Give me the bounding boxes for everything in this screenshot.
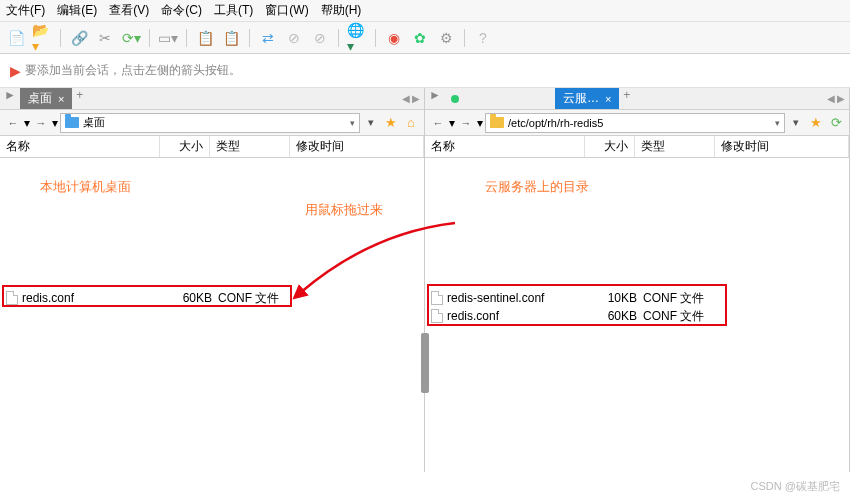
separator — [375, 29, 376, 47]
left-pane: ► 桌面 × + ◀ ▶ ←▾ →▾ 桌面 ▾ ▾ ★ ⌂ 名称 — [0, 88, 425, 472]
right-tab-server[interactable]: 云服… × — [555, 88, 619, 109]
tab-prev-icon[interactable]: ◀ — [827, 93, 835, 104]
sync-icon[interactable]: ⟳▾ — [121, 28, 141, 48]
menu-help[interactable]: 帮助(H) — [321, 2, 362, 19]
menu-bar: 文件(F) 编辑(E) 查看(V) 命令(C) 工具(T) 窗口(W) 帮助(H… — [0, 0, 850, 22]
tab-label: 桌面 — [28, 90, 52, 107]
file-name: redis.conf — [22, 291, 162, 305]
right-path-input[interactable]: /etc/opt/rh/rh-redis5 ▾ — [485, 113, 785, 133]
paste-icon[interactable]: 📋 — [221, 28, 241, 48]
menu-file[interactable]: 文件(F) — [6, 2, 45, 19]
col-size[interactable]: 大小 — [585, 136, 635, 157]
toolbar: 📄 📂▾ 🔗 ✂ ⟳▾ ▭▾ 📋 📋 ⇄ ⊘ ⊘ 🌐▾ ◉ ✿ ⚙ ? — [0, 22, 850, 54]
right-columns: 名称 大小 类型 修改时间 — [425, 136, 849, 158]
left-path-text: 桌面 — [83, 115, 346, 130]
file-size: 60KB — [587, 309, 637, 323]
hint-text: 要添加当前会话，点击左侧的箭头按钮。 — [25, 62, 241, 79]
menu-tools[interactable]: 工具(T) — [214, 2, 253, 19]
col-size[interactable]: 大小 — [160, 136, 210, 157]
right-annotation: 云服务器上的目录 — [485, 178, 589, 196]
splitter-handle[interactable] — [421, 333, 429, 393]
menu-view[interactable]: 查看(V) — [109, 2, 149, 19]
forward-icon[interactable]: → — [457, 114, 475, 132]
file-type: CONF 文件 — [637, 290, 717, 307]
file-icon — [431, 291, 443, 305]
left-add-arrow-icon[interactable]: ► — [0, 88, 20, 109]
cancel-all-icon[interactable]: ⊘ — [310, 28, 330, 48]
menu-command[interactable]: 命令(C) — [161, 2, 202, 19]
cancel-icon[interactable]: ⊘ — [284, 28, 304, 48]
back-icon[interactable]: ← — [4, 114, 22, 132]
file-size: 60KB — [162, 291, 212, 305]
back-icon[interactable]: ← — [429, 114, 447, 132]
panes: ► 桌面 × + ◀ ▶ ←▾ →▾ 桌面 ▾ ▾ ★ ⌂ 名称 — [0, 88, 850, 472]
forward-icon[interactable]: → — [32, 114, 50, 132]
right-add-arrow-icon[interactable]: ► — [425, 88, 445, 109]
col-date[interactable]: 修改时间 — [290, 136, 424, 157]
separator — [149, 29, 150, 47]
left-path-input[interactable]: 桌面 ▾ — [60, 113, 360, 133]
col-date[interactable]: 修改时间 — [715, 136, 849, 157]
go-icon[interactable]: ▾ — [362, 114, 380, 132]
left-add-tab-icon[interactable]: + — [72, 88, 87, 109]
hint-bar: ▶ 要添加当前会话，点击左侧的箭头按钮。 — [0, 54, 850, 88]
separator — [186, 29, 187, 47]
globe-icon[interactable]: 🌐▾ — [347, 28, 367, 48]
left-navbar: ←▾ →▾ 桌面 ▾ ▾ ★ ⌂ — [0, 110, 424, 136]
left-filelist: 本地计算机桌面 redis.conf 60KB CONF 文件 — [0, 158, 424, 472]
flag-icon: ▶ — [10, 63, 21, 79]
right-pane: ► 云服… × + ◀ ▶ ←▾ →▾ /etc/opt/rh/rh-redis… — [425, 88, 850, 472]
go-icon[interactable]: ▾ — [787, 114, 805, 132]
separator — [60, 29, 61, 47]
separator — [249, 29, 250, 47]
file-row[interactable]: redis.conf 60KB CONF 文件 — [425, 306, 849, 326]
tab-next-icon[interactable]: ▶ — [412, 93, 420, 104]
tab-next-icon[interactable]: ▶ — [837, 93, 845, 104]
left-tabbar: ► 桌面 × + ◀ ▶ — [0, 88, 424, 110]
file-type: CONF 文件 — [637, 308, 717, 325]
refresh-icon[interactable]: ⟳ — [827, 114, 845, 132]
tab-prev-icon[interactable]: ◀ — [402, 93, 410, 104]
right-path-text: /etc/opt/rh/rh-redis5 — [508, 117, 771, 129]
right-filelist: 云服务器上的目录 redis-sentinel.conf 10KB CONF 文… — [425, 158, 849, 472]
connected-indicator — [451, 95, 459, 103]
col-name[interactable]: 名称 — [425, 136, 585, 157]
home-icon[interactable]: ⌂ — [402, 114, 420, 132]
folder-icon — [490, 117, 504, 128]
connect-icon[interactable]: 🔗 — [69, 28, 89, 48]
separator — [338, 29, 339, 47]
open-folder-icon[interactable]: 📂▾ — [32, 28, 52, 48]
file-icon — [431, 309, 443, 323]
tab-label: 云服… — [563, 90, 599, 107]
chevron-down-icon[interactable]: ▾ — [775, 118, 780, 128]
bookmark-icon[interactable]: ★ — [382, 114, 400, 132]
new-session-icon[interactable]: 📄 — [6, 28, 26, 48]
file-icon — [6, 291, 18, 305]
folder-icon — [65, 117, 79, 128]
help-icon[interactable]: ? — [473, 28, 493, 48]
menu-window[interactable]: 窗口(W) — [265, 2, 308, 19]
app2-icon[interactable]: ✿ — [410, 28, 430, 48]
col-name[interactable]: 名称 — [0, 136, 160, 157]
transfer-icon[interactable]: ⇄ — [258, 28, 278, 48]
terminal-icon[interactable]: ▭▾ — [158, 28, 178, 48]
watermark: CSDN @碳基肥宅 — [751, 479, 840, 494]
menu-edit[interactable]: 编辑(E) — [57, 2, 97, 19]
col-type[interactable]: 类型 — [635, 136, 715, 157]
copy-icon[interactable]: 📋 — [195, 28, 215, 48]
left-tab-desktop[interactable]: 桌面 × — [20, 88, 72, 109]
right-add-tab-icon[interactable]: + — [619, 88, 634, 109]
chevron-down-icon[interactable]: ▾ — [350, 118, 355, 128]
bookmark-icon[interactable]: ★ — [807, 114, 825, 132]
close-icon[interactable]: × — [605, 93, 611, 105]
settings-icon[interactable]: ⚙ — [436, 28, 456, 48]
close-icon[interactable]: × — [58, 93, 64, 105]
file-row[interactable]: redis.conf 60KB CONF 文件 — [0, 288, 424, 308]
file-type: CONF 文件 — [212, 290, 292, 307]
file-row[interactable]: redis-sentinel.conf 10KB CONF 文件 — [425, 288, 849, 308]
left-annotation: 本地计算机桌面 — [40, 178, 131, 196]
col-type[interactable]: 类型 — [210, 136, 290, 157]
disconnect-icon[interactable]: ✂ — [95, 28, 115, 48]
app1-icon[interactable]: ◉ — [384, 28, 404, 48]
file-name: redis-sentinel.conf — [447, 291, 587, 305]
